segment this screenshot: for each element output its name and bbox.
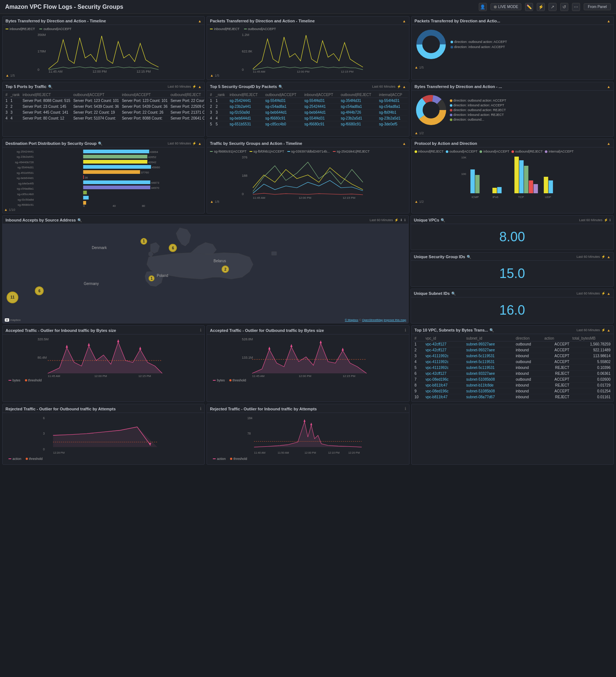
search-icon-map[interactable]: 🔍 [77, 218, 82, 222]
search-icon-ports[interactable]: 🔍 [48, 85, 52, 89]
vpc-id-link[interactable]: vpc-42cff127 [426, 342, 446, 346]
row2: Top 5 Ports by Traffic 🔍 Last 60 Minutes… [2, 82, 614, 137]
svg-text:188: 188 [242, 174, 247, 178]
sg-link[interactable]: sg-25424441 [230, 99, 251, 103]
info-icon-map[interactable]: ℹ [404, 218, 405, 222]
sg-link[interactable]: sg-3de0ef5 [379, 122, 397, 126]
vpc-id-link[interactable]: vpc-08ed196c [426, 377, 449, 381]
vpc-id-link[interactable]: vpc-42cff127 [426, 372, 446, 376]
unique-subnet-header: Unique Subnet IDs 🔍 Last 60 Minutes ⚡ ▲ [411, 289, 613, 297]
info-icon-rej-in[interactable]: ℹ [405, 406, 406, 411]
search-icon-subnet[interactable]: 🔍 [451, 292, 456, 296]
search-icon-vpcs[interactable]: 🔍 [441, 218, 445, 222]
refresh-icon[interactable]: ↺ [560, 3, 568, 11]
live-mode-badge[interactable]: LIVE MODE [491, 3, 521, 10]
improve-map-link[interactable]: Improve this map [384, 318, 406, 322]
sg-link[interactable]: sg-23b2a441 [230, 105, 251, 109]
vpc-id-link[interactable]: vpc-4111992c [426, 354, 449, 358]
filter-icon-sg[interactable]: ⚡ [601, 255, 605, 259]
sg-link[interactable]: sg-beb644d1 [230, 116, 251, 120]
table-row: 44sg-beb644d1sg-f6680c91sg-554f4d31sg-23… [208, 116, 407, 121]
sg-link[interactable]: sg-c54ad8a1 [379, 105, 400, 109]
subnet-id-link[interactable]: subnet-5c119531 [466, 354, 495, 358]
filter-icon-vpc[interactable]: ⚡ [601, 328, 605, 332]
sg-link[interactable]: sg-c85cc4b0 [265, 122, 286, 126]
filter-icon-subnet[interactable]: ⚡ [601, 292, 605, 295]
sg-link[interactable]: sg-554f4d31 [304, 99, 325, 103]
subnet-id-link[interactable]: subnet-51085b08 [466, 377, 495, 381]
info-icon-inbound[interactable]: ℹ [200, 328, 201, 333]
edit-icon[interactable]: ✏️ [525, 3, 533, 11]
info-icon-vpcs[interactable]: ℹ [609, 218, 610, 222]
svg-rect-22 [83, 155, 147, 158]
svg-text:11:45 AM: 11:45 AM [253, 70, 265, 73]
search-icon-vpc[interactable]: 🔍 [489, 328, 494, 332]
sg-link[interactable]: sg-4f44b726 [341, 110, 361, 114]
sg-link[interactable]: sg-f6680c91 [265, 116, 285, 120]
svg-marker-82 [268, 347, 270, 350]
subnet-id-link[interactable]: subnet-99327aee [466, 342, 495, 346]
vpc-id-link[interactable]: vpc-4111992c [426, 366, 449, 370]
svg-text:12:15 PM: 12:15 PM [343, 374, 356, 377]
vpc-id-link[interactable]: vpc-b811fc47 [426, 383, 448, 387]
table-row: 7vpc-08ed196csubnet-51085b08outboundACCE… [413, 377, 612, 383]
bytes-donut-content: direction: outbound action: ACCEPT direc… [412, 91, 613, 129]
sg-link[interactable]: sg-fb0f4b1 [379, 110, 396, 114]
subnet-id-link[interactable]: subnet-5c119531 [466, 366, 495, 370]
svg-text:3: 3 [43, 432, 45, 435]
search-icon-dest[interactable]: 🔍 [98, 142, 102, 146]
sg-link[interactable]: sg-554f4d31 [379, 99, 400, 103]
sg-link[interactable]: sg-651b5531 [230, 122, 251, 126]
filter-icon-map[interactable]: ⚡ [394, 218, 398, 222]
svg-rect-68 [271, 252, 277, 255]
download-icon-map[interactable]: ⬇ [400, 218, 403, 222]
col-outbound-accept: outbound|ACCEPT [72, 92, 121, 98]
svg-text:12:00 PM: 12:00 PM [299, 196, 311, 199]
subnet-id-link[interactable]: subnet-93327aee [466, 372, 495, 376]
sg-link[interactable]: sg-f6680c91 [304, 122, 324, 126]
mapbox-link[interactable]: © Mapbox [345, 318, 358, 322]
legend-dot-outbound-accept [39, 29, 42, 29]
sg-link[interactable]: sg-beb644d1 [304, 110, 325, 114]
sg-link[interactable]: sg-c54ad8a1 [265, 105, 287, 109]
filter-icon-vpcs[interactable]: ⚡ [604, 218, 608, 222]
search-icon-sg[interactable]: 🔍 [467, 255, 471, 259]
legend-threshold-rej-out: threshold [26, 457, 43, 461]
openstreetmap-link[interactable]: OpenStreetMap [362, 318, 383, 322]
sg-link[interactable]: sg-354f4d31 [341, 99, 361, 103]
sg-link[interactable]: sg-23b2a5d1 [341, 116, 362, 120]
filter-icon-security[interactable]: ⚡ [397, 85, 401, 88]
sg-link[interactable]: sg-beb644d1 [265, 110, 287, 114]
warn-icon-ports: ▲ [198, 85, 201, 89]
warn-icon-subnet: ▲ [607, 292, 610, 296]
info-icon-outbound[interactable]: ℹ [405, 328, 406, 333]
vpc-id-link[interactable]: vpc-b811fc47 [426, 395, 448, 399]
vpc-id-link[interactable]: vpc-4111992c [426, 360, 449, 364]
subnet-id-link[interactable]: subnet-5c119531 [466, 360, 495, 364]
vpc-id-link[interactable]: vpc-42cff127 [426, 348, 446, 352]
subnet-id-link[interactable]: subnet-08a77d67 [466, 395, 495, 399]
sg-link[interactable]: sg-554f4d31 [304, 116, 325, 120]
from-panel-button[interactable]: From Panel [584, 3, 611, 10]
filter-icon-ports[interactable]: ⚡ [192, 85, 196, 88]
share-icon[interactable]: ↗ [548, 3, 557, 11]
sg-link[interactable]: sg-c54ad8a1 [341, 105, 362, 109]
sg-link[interactable]: sg-25424441 [304, 105, 325, 109]
subnet-id-link[interactable]: subnet-99327aee [466, 348, 495, 352]
filter-icon[interactable]: ⚡ [537, 3, 545, 11]
user-icon[interactable]: 👤 [479, 3, 487, 11]
sg-link[interactable]: sg-f6680c91 [341, 122, 361, 126]
more-icon[interactable]: ⋯ [572, 3, 580, 11]
search-icon-security[interactable]: 🔍 [278, 85, 283, 89]
svg-text:12:28 PM: 12:28 PM [53, 451, 65, 454]
info-icon-rej-out[interactable]: ℹ [200, 406, 201, 411]
packets-timeline-title: Packets Transferred by Direction and Act… [210, 19, 314, 23]
legend-dot-inbound-reject [6, 29, 8, 29]
subnet-id-link[interactable]: subnet-b11fc8de [466, 383, 494, 387]
sg-link[interactable]: sg-23b2a5d1 [379, 116, 400, 120]
filter-icon-dest[interactable]: ⚡ [192, 142, 196, 145]
vpc-id-link[interactable]: vpc-08ed196c [426, 389, 449, 393]
subnet-id-link[interactable]: subnet-51085b08 [466, 389, 495, 393]
sg-link[interactable]: sg-f2c50a9d [230, 110, 250, 114]
sg-link[interactable]: sg-554f4d31 [265, 99, 286, 103]
